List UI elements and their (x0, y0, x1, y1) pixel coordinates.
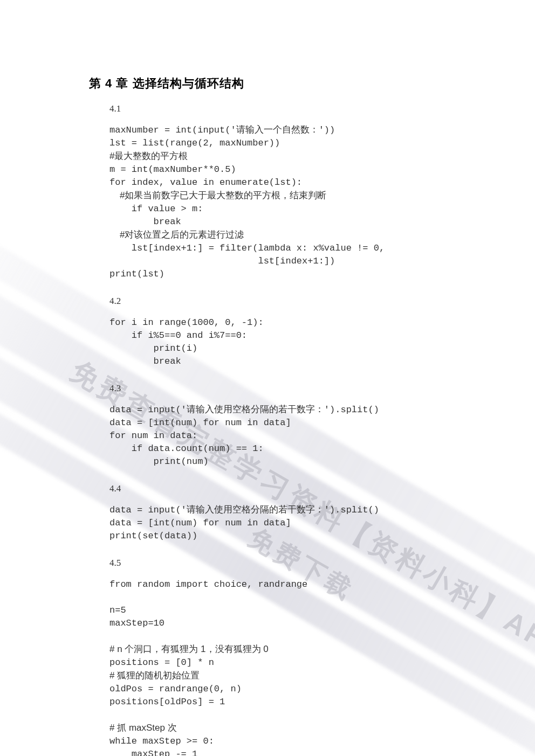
code-line: #如果当前数字已大于最大整数的平方根，结束判断 (109, 190, 326, 200)
code-line: data = [int(num) for num in data] (109, 418, 291, 428)
code-line: data = input('请输入使用空格分隔的若干数字：').split() (109, 405, 379, 415)
code-4-5: from random import choice, randrange n=5… (109, 578, 467, 756)
section-4-4: 4.4 (109, 483, 467, 494)
code-4-4: data = input('请输入使用空格分隔的若干数字：').split() … (109, 504, 467, 543)
code-line: maxStep=10 (109, 618, 164, 628)
section-4-2: 4.2 (109, 296, 467, 307)
code-line: if value > m: (109, 204, 203, 214)
code-line: # 抓 maxStep 次 (109, 723, 177, 733)
code-4-2: for i in range(1000, 0, -1): if i%5==0 a… (109, 316, 467, 368)
code-line: break (109, 356, 181, 366)
code-line: lst[index+1:]) (109, 256, 335, 266)
code-line: if data.count(num) == 1: (109, 443, 264, 454)
code-4-3: data = input('请输入使用空格分隔的若干数字：').split() … (109, 404, 467, 468)
code-line: n=5 (109, 605, 126, 615)
code-line: from random import choice, randrange (109, 579, 307, 589)
code-line: positions[oldPos] = 1 (109, 697, 225, 707)
code-line: #最大整数的平方根 (109, 151, 188, 161)
code-line: break (109, 217, 181, 227)
section-4-3: 4.3 (109, 383, 467, 394)
code-line: print(num) (109, 456, 209, 467)
code-line: # 狐狸的随机初始位置 (109, 670, 200, 681)
code-line: # n 个洞口，有狐狸为 1，没有狐狸为 0 (109, 644, 269, 654)
code-line: #对该位置之后的元素进行过滤 (109, 230, 244, 240)
chapter-title: 第 4 章 选择结构与循环结构 (89, 75, 467, 92)
code-line: for num in data: (109, 431, 197, 441)
content: 第 4 章 选择结构与循环结构 4.1 maxNumber = int(inpu… (89, 75, 467, 756)
code-line: print(i) (109, 343, 197, 353)
code-4-1: maxNumber = int(input('请输入一个自然数：')) lst … (109, 124, 467, 281)
section-4-1: 4.1 (109, 103, 467, 114)
code-line: while maxStep >= 0: (109, 736, 214, 746)
code-line: print(lst) (109, 269, 164, 279)
code-line: maxStep -= 1 (109, 749, 197, 756)
code-line: data = [int(num) for num in data] (109, 518, 291, 528)
page: 免费查看完整学习资料【资料小科】APP 免费下载 第 4 章 选择结构与循环结构… (0, 0, 535, 756)
code-line: lst[index+1:] = filter(lambda x: x%value… (109, 243, 385, 253)
code-line: print(set(data)) (109, 531, 197, 541)
code-line: oldPos = randrange(0, n) (109, 684, 242, 694)
code-line: for index, value in enumerate(lst): (109, 177, 302, 188)
code-line: for i in range(1000, 0, -1): (109, 317, 264, 328)
code-line: if i%5==0 and i%7==0: (109, 330, 247, 341)
code-line: m = int(maxNumber**0.5) (109, 164, 236, 175)
code-line: lst = list(range(2, maxNumber)) (109, 138, 280, 148)
code-line: maxNumber = int(input('请输入一个自然数：')) (109, 125, 335, 135)
code-line: data = input('请输入使用空格分隔的若干数字：').split() (109, 505, 379, 515)
code-line: positions = [0] * n (109, 657, 214, 668)
section-4-5: 4.5 (109, 558, 467, 568)
